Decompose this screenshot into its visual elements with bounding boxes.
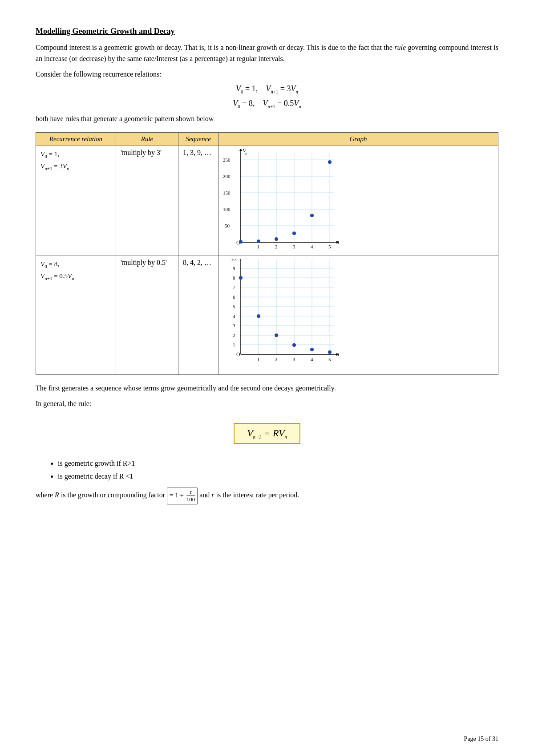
graph-2-svg: V n n O 1 2 3 4 5 6 7 8 9 10 1 [223, 259, 339, 370]
svg-text:6: 6 [233, 294, 235, 300]
svg-point-77 [292, 343, 296, 347]
relation-cell-2: V0 = 8, Vn+1 = 0.5Vn [36, 256, 116, 375]
col-header-sequence: Sequence [178, 133, 218, 146]
formula-2: V0 = 8, Vn+1 = 0.5Vn [36, 99, 498, 109]
svg-text:2: 2 [275, 244, 278, 249]
svg-text:3: 3 [233, 323, 235, 328]
svg-text:4: 4 [311, 244, 313, 249]
svg-point-31 [257, 240, 260, 243]
general-formula: Vn+1 = RVn [234, 423, 300, 444]
svg-text:n: n [245, 151, 247, 155]
svg-marker-15 [239, 149, 242, 151]
svg-text:1: 1 [257, 244, 260, 249]
rule-cell-2: 'multiply by 0.5' [116, 256, 178, 375]
general-text: In general, the rule: [36, 398, 498, 410]
svg-text:O: O [236, 351, 240, 358]
svg-text:n: n [338, 239, 339, 245]
graph-1-svg: V n n O 50 100 150 200 250 1 2 3 4 [223, 149, 339, 251]
conclusion-paragraph: The first generates a sequence whose ter… [36, 383, 498, 394]
col-header-graph: Graph [218, 133, 498, 146]
page-number: Page 15 of 31 [464, 736, 498, 743]
svg-text:250: 250 [223, 157, 231, 163]
svg-text:1: 1 [233, 342, 235, 347]
svg-text:3: 3 [293, 244, 295, 249]
graph-cell-1: V n n O 50 100 150 200 250 1 2 3 4 [218, 146, 498, 256]
pattern-text: both have rules that generate a geometri… [36, 114, 498, 125]
svg-text:9: 9 [233, 266, 235, 271]
svg-text:2: 2 [275, 357, 278, 362]
svg-text:200: 200 [223, 174, 231, 179]
svg-text:4: 4 [233, 313, 235, 319]
svg-point-75 [257, 314, 260, 318]
svg-text:150: 150 [223, 190, 231, 195]
where-paragraph: where R is the growth or compounding fac… [36, 488, 498, 504]
svg-text:8: 8 [233, 275, 235, 280]
sequence-cell-1: 1, 3, 9, … [178, 146, 218, 256]
table-row-1: V0 = 1, Vn+1 = 3Vn 'multiply by 3' 1, 3,… [36, 146, 498, 256]
svg-point-33 [292, 232, 296, 235]
svg-point-76 [275, 333, 278, 337]
intro-paragraph-2: Consider the following recurrence relati… [36, 69, 498, 80]
table-row-2: V0 = 8, Vn+1 = 0.5Vn 'multiply by 0.5' 8… [36, 256, 498, 375]
sequence-cell-2: 8, 4, 2, … [178, 256, 218, 375]
bullet-list: is geometric growth if R>1 is geometric … [58, 457, 498, 483]
col-header-relation: Recurrence relation [36, 133, 116, 146]
recurrence-table: Recurrence relation Rule Sequence Graph … [36, 132, 498, 375]
svg-text:5: 5 [328, 244, 331, 249]
general-formula-block: Vn+1 = RVn [36, 417, 498, 450]
rule-cell-1: 'multiply by 3' [116, 146, 178, 256]
svg-point-35 [328, 160, 332, 164]
svg-text:50: 50 [225, 223, 230, 228]
intro-paragraph-1: Compound interest is a geometric growth … [36, 42, 498, 65]
svg-point-74 [239, 276, 243, 280]
svg-point-32 [275, 237, 278, 241]
svg-text:2: 2 [233, 333, 235, 338]
svg-text:4: 4 [311, 357, 313, 362]
svg-text:1: 1 [257, 357, 260, 362]
bullet-item-1: is geometric growth if R>1 [58, 457, 498, 470]
svg-text:n: n [338, 351, 339, 358]
svg-text:7: 7 [233, 285, 235, 290]
col-header-rule: Rule [116, 133, 178, 146]
bullet-item-2: is geometric decay if R <1 [58, 470, 498, 483]
svg-text:3: 3 [293, 357, 295, 362]
svg-text:5: 5 [328, 357, 331, 362]
page-title: Modelling Geometric Growth and Decay [36, 27, 498, 36]
formula-1: V0 = 1, Vn+1 = 3Vn [36, 84, 498, 94]
svg-text:5: 5 [233, 304, 235, 309]
svg-text:n: n [245, 259, 247, 260]
relation-cell-1: V0 = 1, Vn+1 = 3Vn [36, 146, 116, 256]
svg-point-30 [239, 240, 243, 244]
svg-point-79 [328, 350, 332, 354]
svg-point-34 [310, 214, 314, 217]
svg-point-78 [310, 348, 314, 351]
graph-cell-2: V n n O 1 2 3 4 5 6 7 8 9 10 1 [218, 256, 498, 375]
svg-text:100: 100 [223, 207, 231, 212]
svg-text:10: 10 [231, 259, 236, 261]
